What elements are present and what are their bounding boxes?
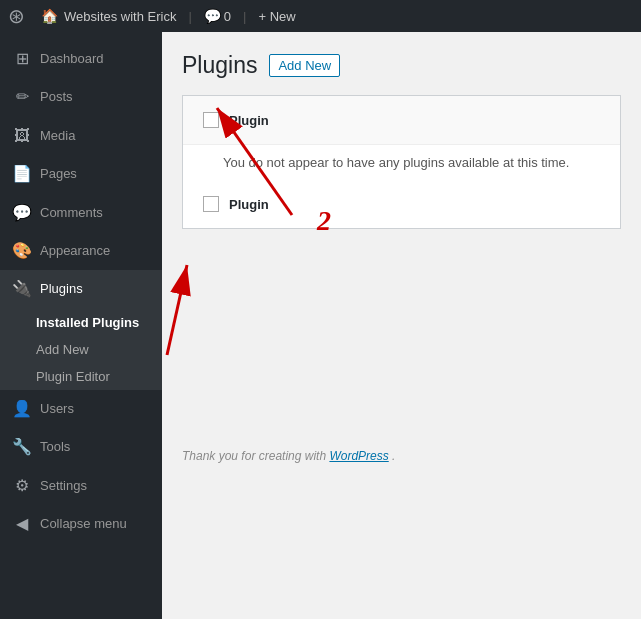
sidebar-item-label: Tools	[40, 438, 70, 456]
new-content-button[interactable]: + New	[258, 9, 295, 24]
comment-icon: 💬	[204, 8, 221, 24]
table-empty-row: You do not appear to have any plugins av…	[183, 145, 621, 180]
page-title: Plugins	[182, 52, 257, 79]
plugins-section: Plugin You do not appear to have any plu…	[182, 95, 621, 229]
plugins-icon: 🔌	[12, 278, 32, 300]
table-header-row: Plugin	[183, 96, 620, 145]
main-layout: ⊞ Dashboard ✏ Posts 🖼 Media 📄 Pages 💬 Co…	[0, 32, 641, 619]
footer: Thank you for creating with WordPress .	[182, 429, 621, 463]
settings-icon: ⚙	[12, 475, 32, 497]
sidebar: ⊞ Dashboard ✏ Posts 🖼 Media 📄 Pages 💬 Co…	[0, 32, 162, 619]
home-icon: 🏠	[41, 8, 58, 24]
comments-icon: 💬	[12, 202, 32, 224]
dashboard-icon: ⊞	[12, 48, 32, 70]
sidebar-item-appearance[interactable]: 🎨 Appearance	[0, 232, 162, 270]
submenu-plugin-editor[interactable]: Plugin Editor	[0, 363, 162, 390]
sidebar-item-label: Collapse menu	[40, 515, 127, 533]
sidebar-item-label: Users	[40, 400, 74, 418]
admin-bar: ⊛ 🏠 Websites with Erick | 💬 0 | + New	[0, 0, 641, 32]
sidebar-item-label: Comments	[40, 204, 103, 222]
submenu-installed-plugins[interactable]: Installed Plugins	[0, 309, 162, 336]
sidebar-item-collapse[interactable]: ◀ Collapse menu	[0, 505, 162, 543]
table-row: Plugin	[183, 180, 620, 228]
plugin-row-label: Plugin	[229, 197, 269, 212]
site-name[interactable]: 🏠 Websites with Erick	[41, 8, 176, 24]
sidebar-item-users[interactable]: 👤 Users	[0, 390, 162, 428]
wordpress-link[interactable]: WordPress	[329, 449, 388, 463]
appearance-icon: 🎨	[12, 240, 32, 262]
page-header: Plugins Add New	[182, 52, 621, 79]
users-icon: 👤	[12, 398, 32, 420]
plugin-row-checkbox[interactable]	[203, 196, 219, 212]
posts-icon: ✏	[12, 86, 32, 108]
sidebar-item-label: Plugins	[40, 280, 83, 298]
sidebar-item-comments[interactable]: 💬 Comments	[0, 194, 162, 232]
plugins-table: Plugin You do not appear to have any plu…	[182, 95, 621, 229]
sidebar-item-label: Posts	[40, 88, 73, 106]
plugins-submenu: Installed Plugins Add New Plugin Editor	[0, 309, 162, 390]
comment-count[interactable]: 💬 0	[204, 8, 231, 24]
sidebar-item-label: Settings	[40, 477, 87, 495]
main-content: Plugins Add New Plugin You do not appear…	[162, 32, 641, 619]
submenu-add-new[interactable]: Add New	[0, 336, 162, 363]
pages-icon: 📄	[12, 163, 32, 185]
sidebar-item-dashboard[interactable]: ⊞ Dashboard	[0, 40, 162, 78]
empty-message: You do not appear to have any plugins av…	[183, 145, 621, 180]
collapse-icon: ◀	[12, 513, 32, 535]
sidebar-item-tools[interactable]: 🔧 Tools	[0, 428, 162, 466]
sidebar-item-plugins[interactable]: 🔌 Plugins	[0, 270, 162, 308]
add-new-button[interactable]: Add New	[269, 54, 340, 77]
sidebar-item-settings[interactable]: ⚙ Settings	[0, 467, 162, 505]
sidebar-item-label: Pages	[40, 165, 77, 183]
svg-line-1	[167, 265, 187, 355]
sidebar-item-media[interactable]: 🖼 Media	[0, 117, 162, 155]
select-all-checkbox[interactable]	[203, 112, 219, 128]
wp-logo-icon: ⊛	[8, 4, 25, 28]
plugin-col-header: Plugin	[229, 113, 269, 128]
sidebar-item-pages[interactable]: 📄 Pages	[0, 155, 162, 193]
sidebar-item-label: Dashboard	[40, 50, 104, 68]
sidebar-item-label: Appearance	[40, 242, 110, 260]
tools-icon: 🔧	[12, 436, 32, 458]
sidebar-item-posts[interactable]: ✏ Posts	[0, 78, 162, 116]
media-icon: 🖼	[12, 125, 32, 147]
sidebar-item-label: Media	[40, 127, 75, 145]
